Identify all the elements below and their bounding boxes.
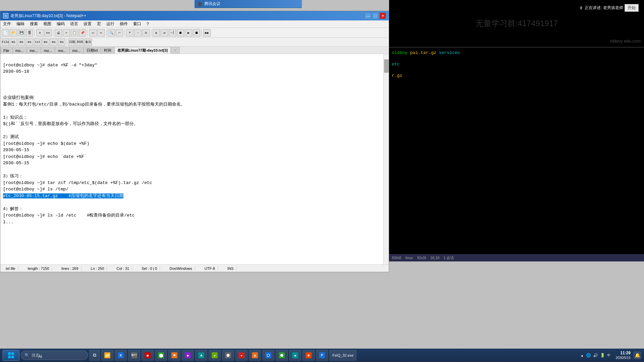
toolbar-new[interactable]: 📄 xyxy=(2,29,9,37)
ssh-line-1: oldboy pai.tar.gz services xyxy=(392,50,641,55)
app8-icon: ✦ xyxy=(238,352,245,358)
tray-up-arrow[interactable]: ▲ xyxy=(581,354,584,357)
toolbar-sync[interactable]: ⇅ xyxy=(153,29,160,37)
taskbar-app3[interactable]: ■ xyxy=(168,350,180,361)
toolbar-redo[interactable]: ↪ xyxy=(97,29,105,37)
toolbar-macro-stop[interactable]: ⏹ xyxy=(193,29,200,37)
toolbar-run-exec[interactable]: ▶▶ xyxy=(203,29,211,37)
start-menu-button[interactable] xyxy=(3,350,19,361)
taskbar-app2[interactable]: ⬤ xyxy=(155,350,167,361)
menu-window[interactable]: 窗口 xyxy=(130,20,144,27)
taskbar-app4[interactable]: ◆ xyxy=(182,350,194,361)
taskbar-app6[interactable]: ★ xyxy=(209,350,221,361)
start-button[interactable]: 开始 xyxy=(625,4,639,12)
toolbar-zoomin[interactable]: + xyxy=(126,29,133,37)
scrollbar-thumb[interactable] xyxy=(384,59,389,73)
menu-language[interactable]: 语言 xyxy=(67,20,81,27)
toolbar-copy[interactable]: 📋 xyxy=(71,29,78,37)
taskbar-app8[interactable]: ✦ xyxy=(235,350,248,361)
toolbar-save-all[interactable]: 🗄 xyxy=(26,29,33,37)
taskbar-notepad[interactable]: N++ xyxy=(128,350,140,361)
toolbar-macro-rec[interactable]: ⏺ xyxy=(177,29,184,37)
text-content[interactable]: [root@oldboy ~]# date +%F -d "+3day" 203… xyxy=(0,54,389,264)
toolbar2-btn11[interactable]: 备注 xyxy=(85,39,92,46)
taskview-button[interactable]: ⧉ xyxy=(89,350,100,361)
toolbar2-btn8[interactable]: mo xyxy=(58,39,65,46)
search-bar[interactable]: 🔍 搜索 xyxy=(21,351,88,360)
toolbar2-btn4[interactable]: mo xyxy=(26,39,33,46)
menu-edit[interactable]: 编辑 xyxy=(14,20,27,27)
tray-keyboard: 中 xyxy=(607,353,610,358)
taskbar-app10[interactable]: ⬡ xyxy=(262,350,274,361)
toolbar2-btn10[interactable]: 时间 xyxy=(76,39,84,46)
minimize-button[interactable]: — xyxy=(365,12,371,19)
toolbar2-btn3[interactable]: mo xyxy=(18,39,25,46)
toolbar-sep2 xyxy=(53,29,53,36)
menu-macro[interactable]: 宏 xyxy=(94,20,104,27)
toolbar-print[interactable]: 🖨 xyxy=(55,29,62,37)
menu-encoding[interactable]: 编码 xyxy=(54,20,67,27)
toolbar-indent[interactable]: →| xyxy=(169,29,176,37)
toolbar-wrap[interactable]: ⇌ xyxy=(161,29,168,37)
taskbar-app12[interactable]: ◈ xyxy=(289,350,301,361)
toolbar-open[interactable]: 📂 xyxy=(10,29,17,37)
close-button[interactable]: ✕ xyxy=(379,12,386,19)
menu-help[interactable]: ? xyxy=(144,21,152,27)
taskbar-edge[interactable]: e xyxy=(115,350,127,361)
taskbar-app14[interactable]: F xyxy=(316,350,328,361)
toolbar-undo[interactable]: ↩ xyxy=(89,29,97,37)
tab-mo3[interactable]: mo... xyxy=(41,47,55,54)
taskbar-app1[interactable]: ◉ xyxy=(142,350,154,361)
toolbar-macro-play[interactable]: ▶ xyxy=(185,29,192,37)
line-answer: 4）解答： xyxy=(3,206,23,212)
ssh-line-blank1 xyxy=(392,56,641,61)
content-area[interactable]: [root@oldboy ~]# date +%F -d "+3day" 203… xyxy=(0,54,389,264)
title-bar-left: N 老男孩Linux77期-day10.txt[3] - Notepad++ xyxy=(3,13,86,19)
menu-run[interactable]: 运行 xyxy=(104,20,117,27)
toolbar2-btn9[interactable]: 日期 xyxy=(68,39,76,46)
toolbar2-btn6[interactable]: mo xyxy=(42,39,49,46)
tab-mo5[interactable]: mo... xyxy=(69,47,84,54)
vertical-scrollbar[interactable] xyxy=(383,54,389,264)
toolbar2-btn2[interactable]: mo xyxy=(10,39,17,46)
tab-main[interactable]: 老男孩Linux77期-day10.txt[3] xyxy=(114,47,171,54)
tab-mo4[interactable]: mo... xyxy=(55,47,69,54)
taskbar-app13[interactable]: ⊕ xyxy=(303,350,315,361)
tab-mo7[interactable]: 时间 xyxy=(101,47,114,54)
toolbar-replace[interactable]: ↔ xyxy=(116,29,123,37)
tab-mo6[interactable]: 日期txt xyxy=(84,47,101,54)
menu-settings[interactable]: 设置 xyxy=(81,20,94,27)
notification-button[interactable]: 🔔 xyxy=(633,351,641,359)
taskbar-feiq[interactable]: FeiQ_32.exe xyxy=(329,350,357,361)
toolbar2-btn7[interactable]: mo xyxy=(50,39,57,46)
toolbar2-btn5[interactable]: txt xyxy=(34,39,41,46)
menu-search[interactable]: 搜索 xyxy=(27,20,41,27)
ssh-terminal[interactable]: oldboy pai.tar.gz services etc r.gz xyxy=(389,47,644,254)
tab-mo1[interactable]: mo... xyxy=(12,47,26,54)
taskbar-explorer[interactable]: 📁 xyxy=(101,350,113,361)
menu-view[interactable]: 视图 xyxy=(41,20,54,27)
maximize-button[interactable]: □ xyxy=(372,12,379,19)
menu-plugins[interactable]: 插件 xyxy=(117,20,130,27)
toolbar-paste[interactable]: 📌 xyxy=(79,29,86,37)
toolbar-cut[interactable]: ✂ xyxy=(63,29,70,37)
status-utf8: UTF-8 xyxy=(202,266,218,270)
toolbar-closeall[interactable]: ✕✕ xyxy=(44,29,52,37)
taskbar-app11[interactable]: ⬢ xyxy=(276,350,288,361)
toolbar-zoomout[interactable]: - xyxy=(134,29,142,37)
toolbar2-btn1[interactable]: File xyxy=(2,39,9,46)
tab-close[interactable]: ✕ xyxy=(171,47,180,54)
toolbar-zoomreset[interactable]: ⊙ xyxy=(142,29,150,37)
status-bar: txt file length : 7150 lines : 269 Ln : … xyxy=(0,264,389,272)
tab-mo2[interactable]: mo... xyxy=(26,47,41,54)
svg-rect-2 xyxy=(8,356,11,358)
toolbar-save[interactable]: 💾 xyxy=(18,29,25,37)
tab-file[interactable]: File xyxy=(0,47,12,54)
taskbar-app9[interactable]: ✿ xyxy=(249,350,261,361)
taskbar-app5[interactable]: ▲ xyxy=(195,350,207,361)
menu-file[interactable]: 文件 xyxy=(0,20,14,27)
clock[interactable]: 11:29 2030/5/15 xyxy=(616,351,631,360)
toolbar-find[interactable]: 🔍 xyxy=(108,29,115,37)
taskbar-app7[interactable]: ⬟ xyxy=(222,350,234,361)
toolbar-close[interactable]: ✕ xyxy=(36,29,44,37)
